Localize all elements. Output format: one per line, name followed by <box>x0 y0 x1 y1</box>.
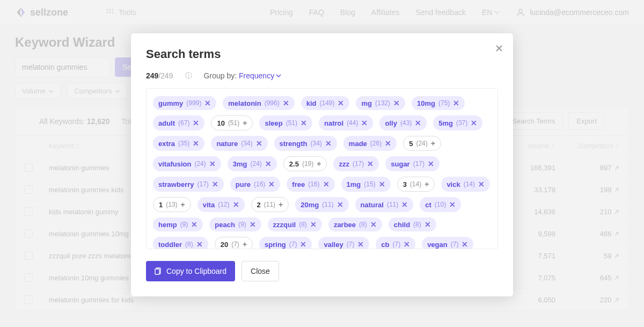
chip-add-icon[interactable]: + <box>279 200 283 209</box>
term-chip[interactable]: hemp (9) ✕ <box>153 217 203 231</box>
chip-add-icon[interactable]: + <box>425 180 429 188</box>
chip-remove-icon[interactable]: ✕ <box>193 139 199 148</box>
term-chip[interactable]: extra (35) ✕ <box>153 136 204 151</box>
chip-remove-icon[interactable]: ✕ <box>283 99 289 107</box>
chip-remove-icon[interactable]: ✕ <box>449 200 456 209</box>
term-chip[interactable]: peach (9) ✕ <box>209 217 261 231</box>
chip-remove-icon[interactable]: ✕ <box>361 119 368 127</box>
term-chip[interactable]: 20 (7) + <box>215 237 253 249</box>
term-chip[interactable]: strength (34) ✕ <box>274 136 337 151</box>
term-chip[interactable]: 2.5 (19) + <box>283 156 327 171</box>
term-chip[interactable]: 1mg (15) ✕ <box>341 177 391 192</box>
chip-remove-icon[interactable]: ✕ <box>357 240 364 249</box>
term-chip[interactable]: vita (12) ✕ <box>197 197 245 212</box>
term-chip[interactable]: mg (132) ✕ <box>356 96 405 110</box>
term-chip[interactable]: olly (43) ✕ <box>379 115 427 130</box>
chip-add-icon[interactable]: + <box>243 240 247 249</box>
chip-remove-icon[interactable]: ✕ <box>370 220 377 229</box>
chip-remove-icon[interactable]: ✕ <box>478 180 485 188</box>
chip-remove-icon[interactable]: ✕ <box>404 240 410 249</box>
term-chip[interactable]: 5mg (37) ✕ <box>433 115 482 130</box>
chip-remove-icon[interactable]: ✕ <box>256 139 262 148</box>
chip-remove-icon[interactable]: ✕ <box>401 200 408 209</box>
chip-remove-icon[interactable]: ✕ <box>393 99 400 107</box>
chip-remove-icon[interactable]: ✕ <box>385 139 391 148</box>
copy-clipboard-button[interactable]: Copy to Clipboard <box>146 261 235 281</box>
term-chip[interactable]: nature (34) ✕ <box>211 136 267 151</box>
chip-remove-icon[interactable]: ✕ <box>462 240 468 249</box>
term-chip[interactable]: 1 (13) + <box>153 197 191 212</box>
chip-count: (24) <box>194 160 206 168</box>
chip-remove-icon[interactable]: ✕ <box>428 159 434 168</box>
term-chip[interactable]: vick (14) ✕ <box>441 177 490 192</box>
chip-remove-icon[interactable]: ✕ <box>301 119 307 127</box>
term-chip[interactable]: ct (10) ✕ <box>420 197 461 212</box>
chip-term: 1mg <box>347 180 361 188</box>
chip-remove-icon[interactable]: ✕ <box>233 200 239 209</box>
term-chip[interactable]: pure (16) ✕ <box>230 177 281 192</box>
term-chip[interactable]: strawberry (17) ✕ <box>153 177 224 192</box>
chip-term: strawberry <box>158 180 194 188</box>
chip-remove-icon[interactable]: ✕ <box>338 99 344 107</box>
chip-remove-icon[interactable]: ✕ <box>196 240 203 249</box>
term-chip[interactable]: 3 (14) + <box>397 177 435 192</box>
modal-close-button[interactable] <box>495 43 503 55</box>
chip-term: sugar <box>391 160 409 168</box>
term-chip[interactable]: vegan (7) ✕ <box>422 237 473 249</box>
close-button[interactable]: Close <box>241 261 279 281</box>
term-chip[interactable]: 10 (51) + <box>211 115 253 130</box>
chip-remove-icon[interactable]: ✕ <box>193 119 199 127</box>
term-chip[interactable]: natrol (44) ✕ <box>319 115 373 130</box>
term-chip[interactable]: natural (11) ✕ <box>355 197 414 212</box>
chip-remove-icon[interactable]: ✕ <box>250 220 256 229</box>
chip-remove-icon[interactable]: ✕ <box>453 99 459 107</box>
term-chip[interactable]: zarbee (8) ✕ <box>328 217 382 231</box>
chip-count: (16) <box>254 180 265 188</box>
term-chip[interactable]: adult (67) ✕ <box>153 115 204 130</box>
term-chip[interactable]: cb (7) ✕ <box>376 237 415 249</box>
term-chip[interactable]: free (16) ✕ <box>287 177 334 192</box>
term-chip[interactable]: 2 (11) + <box>251 197 289 212</box>
chip-remove-icon[interactable]: ✕ <box>337 200 343 209</box>
chip-remove-icon[interactable]: ✕ <box>209 159 216 168</box>
chip-remove-icon[interactable]: ✕ <box>300 240 306 249</box>
term-chip[interactable]: 5 (24) + <box>403 136 441 151</box>
term-chip[interactable]: valley (7) ✕ <box>318 237 369 249</box>
chip-remove-icon[interactable]: ✕ <box>204 99 211 107</box>
term-chip[interactable]: 10mg (75) ✕ <box>412 96 465 110</box>
chip-add-icon[interactable]: + <box>243 119 247 127</box>
term-chip[interactable]: kid (149) ✕ <box>301 96 350 110</box>
chip-remove-icon[interactable]: ✕ <box>415 119 421 127</box>
term-chip[interactable]: made (26) ✕ <box>343 136 397 151</box>
term-chip[interactable]: sleep (51) ✕ <box>259 115 312 130</box>
chip-add-icon[interactable]: + <box>181 200 185 209</box>
term-chip[interactable]: spring (7) ✕ <box>259 237 312 249</box>
chip-add-icon[interactable]: + <box>317 159 321 168</box>
chip-remove-icon[interactable]: ✕ <box>191 220 197 229</box>
term-chip[interactable]: 3mg (24) ✕ <box>228 156 277 171</box>
term-chip[interactable]: zzz (17) ✕ <box>333 156 379 171</box>
chip-remove-icon[interactable]: ✕ <box>268 180 275 188</box>
chip-remove-icon[interactable]: ✕ <box>325 139 332 148</box>
chip-remove-icon[interactable]: ✕ <box>310 220 317 229</box>
term-chip[interactable]: zzzquil (8) ✕ <box>268 217 322 231</box>
chip-remove-icon[interactable]: ✕ <box>265 159 272 168</box>
info-icon[interactable]: ⓘ <box>185 71 192 81</box>
chip-remove-icon[interactable]: ✕ <box>212 180 218 188</box>
chip-remove-icon[interactable]: ✕ <box>379 180 385 188</box>
term-chip[interactable]: 20mg (11) ✕ <box>295 197 348 212</box>
chip-remove-icon[interactable]: ✕ <box>425 220 431 229</box>
term-chip[interactable]: melatonin (996) ✕ <box>223 96 294 110</box>
term-chip[interactable]: sugar (17) ✕ <box>385 156 440 171</box>
term-chip[interactable]: toddler (8) ✕ <box>153 237 208 249</box>
chip-remove-icon[interactable]: ✕ <box>471 119 477 127</box>
chip-add-icon[interactable]: + <box>431 139 435 148</box>
term-chip[interactable]: gummy (999) ✕ <box>153 96 216 110</box>
chip-remove-icon[interactable]: ✕ <box>323 180 330 188</box>
chip-term: toddler <box>158 241 182 249</box>
term-chip[interactable]: child (8) ✕ <box>389 217 436 231</box>
chip-count: (51) <box>286 119 297 127</box>
chip-remove-icon[interactable]: ✕ <box>367 159 374 168</box>
groupby-selector[interactable]: Frequency <box>239 71 281 80</box>
term-chip[interactable]: vitafusion (24) ✕ <box>153 156 221 171</box>
